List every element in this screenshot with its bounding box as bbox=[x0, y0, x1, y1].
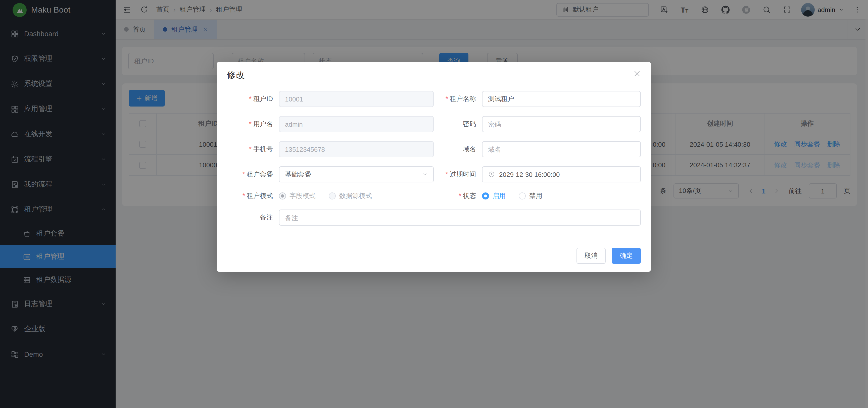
radio-dot bbox=[482, 192, 489, 199]
close-icon[interactable] bbox=[633, 70, 641, 77]
tenant-id-label: 租户ID bbox=[227, 94, 279, 103]
username-label: 用户名 bbox=[227, 120, 279, 129]
radio-dot bbox=[279, 192, 286, 199]
password-field[interactable] bbox=[482, 116, 641, 132]
status-radio-disabled[interactable]: 禁用 bbox=[519, 191, 542, 200]
form-row: 备注 bbox=[227, 210, 641, 226]
expire-datetime-value: 2029-12-30 16:00:00 bbox=[499, 170, 560, 178]
radio-label: 数据源模式 bbox=[339, 191, 372, 200]
username-field bbox=[279, 116, 434, 132]
form-row: 租户模式 字段模式 数据源模式 状态 bbox=[227, 191, 641, 200]
package-select-value: 基础套餐 bbox=[285, 170, 311, 179]
tenant-id-field bbox=[279, 91, 434, 107]
status-label: 状态 bbox=[434, 191, 482, 200]
mobile-field bbox=[279, 141, 434, 157]
mode-radio-datasource: 数据源模式 bbox=[329, 191, 372, 200]
status-radio-enabled[interactable]: 启用 bbox=[482, 191, 506, 200]
dialog-form: 租户ID 租户名称 用户名 密码 手机号 域名 租户套餐 bbox=[227, 91, 641, 226]
password-label: 密码 bbox=[434, 120, 482, 129]
form-row: 租户套餐 基础套餐 过期时间 2029-12-30 16:00:00 bbox=[227, 166, 641, 182]
expire-datetime-picker[interactable]: 2029-12-30 16:00:00 bbox=[482, 166, 641, 182]
dialog-title: 修改 bbox=[227, 69, 641, 81]
remark-label: 备注 bbox=[227, 213, 279, 222]
form-row: 租户ID 租户名称 bbox=[227, 91, 641, 107]
cancel-button[interactable]: 取消 bbox=[577, 248, 606, 264]
tenant-name-label: 租户名称 bbox=[434, 94, 482, 103]
clock-icon bbox=[488, 171, 495, 178]
form-row: 手机号 域名 bbox=[227, 141, 641, 157]
tenant-name-field[interactable] bbox=[482, 91, 641, 107]
mode-label: 租户模式 bbox=[227, 191, 279, 200]
domain-label: 域名 bbox=[434, 145, 482, 154]
package-label: 租户套餐 bbox=[227, 170, 279, 179]
expire-label: 过期时间 bbox=[434, 170, 482, 179]
mobile-label: 手机号 bbox=[227, 145, 279, 154]
radio-dot bbox=[329, 192, 336, 199]
radio-label: 禁用 bbox=[529, 191, 542, 200]
mode-radio-field: 字段模式 bbox=[279, 191, 316, 200]
domain-field[interactable] bbox=[482, 141, 641, 157]
status-radio-group: 启用 禁用 bbox=[482, 191, 641, 200]
edit-tenant-dialog: 修改 租户ID 租户名称 用户名 密码 手机号 域名 bbox=[217, 62, 651, 272]
radio-label: 启用 bbox=[493, 191, 506, 200]
radio-dot bbox=[519, 192, 526, 199]
app-window: Maku Boot Dashboard 权限管理 系统设置 应用管理 bbox=[0, 0, 868, 408]
chevron-down-icon bbox=[422, 171, 428, 177]
confirm-button[interactable]: 确定 bbox=[612, 248, 641, 264]
package-select[interactable]: 基础套餐 bbox=[279, 166, 434, 182]
radio-label: 字段模式 bbox=[289, 191, 316, 200]
form-row: 用户名 密码 bbox=[227, 116, 641, 132]
remark-field[interactable] bbox=[279, 210, 641, 226]
dialog-footer: 取消 确定 bbox=[577, 248, 641, 264]
mode-radio-group: 字段模式 数据源模式 bbox=[279, 191, 434, 200]
